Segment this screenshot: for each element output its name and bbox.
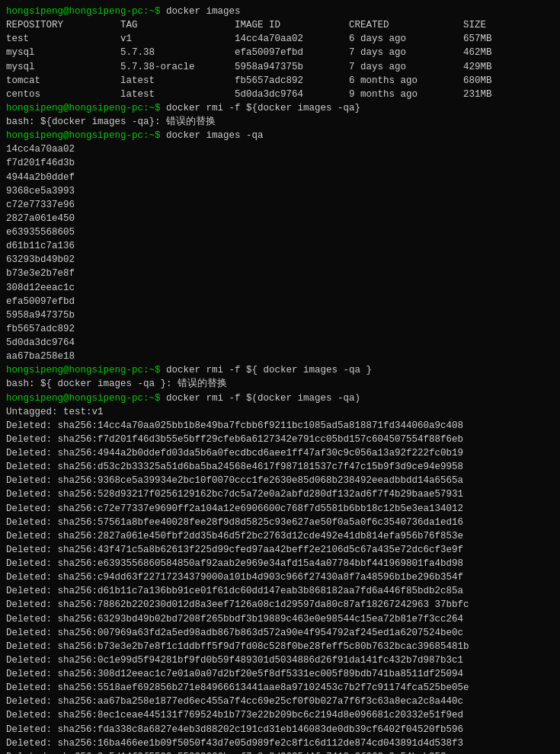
terminal-line: Deleted: sha256:2827a061e450fbf2dd35b46d… — [6, 529, 554, 543]
terminal-line: hongsipeng@hongsipeng-pc:~$ docker rmi -… — [6, 363, 554, 377]
terminal-line: Deleted: sha256:d61b11c7a136bb91ce01f61d… — [6, 584, 554, 598]
terminal-line: Deleted: sha256:0c1e99d5f94281bf9fd0b59f… — [6, 653, 554, 667]
terminal-line: test v1 14cc4a70aa02 6 days ago 657MB — [6, 32, 554, 46]
prompt-user: hongsipeng@hongsipeng-pc:~$ — [6, 6, 166, 17]
terminal-line: fb5657adc892 — [6, 322, 554, 336]
terminal-line: Deleted: sha256:57561a8bfee40028fee28f9d… — [6, 516, 554, 529]
prompt-user: hongsipeng@hongsipeng-pc:~$ — [6, 393, 166, 404]
terminal-line: REPOSITORY TAG IMAGE ID CREATED SIZE — [6, 18, 554, 32]
terminal-line: hongsipeng@hongsipeng-pc:~$ docker rmi -… — [6, 101, 554, 115]
terminal-line: d61b11c7a136 — [6, 239, 554, 253]
terminal-line: Deleted: sha256:528d93217f0256129162bc7d… — [6, 487, 554, 501]
terminal-line: Deleted: sha256:16ba466ee1b09f5050f43d7e… — [6, 736, 554, 750]
terminal-line: 63293bd49b02 — [6, 253, 554, 267]
terminal-line: Deleted: sha256:5518aef692856b271e849666… — [6, 681, 554, 695]
terminal-line: Deleted: sha256:c94dd63f22717234379000a1… — [6, 570, 554, 584]
terminal-line: Deleted: sha256:8ec1ceae445131f769524b1b… — [6, 708, 554, 722]
terminal-line: tomcat latest fb5657adc892 6 months ago … — [6, 74, 554, 88]
terminal-line: Deleted: sha256:f7d201f46d3b55e5bff29cfe… — [6, 433, 554, 446]
terminal-line: Deleted: sha256:007969a63fd2a5ed98adb867… — [6, 626, 554, 640]
terminal-line: Untagged: test:v1 — [6, 405, 554, 419]
terminal-line: b73e3e2b7e8f — [6, 267, 554, 280]
terminal: hongsipeng@hongsipeng-pc:~$ docker image… — [6, 5, 554, 754]
terminal-line: efa50097efbd — [6, 295, 554, 308]
terminal-line: centos latest 5d0da3dc9764 9 months ago … — [6, 88, 554, 101]
terminal-line: Deleted: sha256:d53c2b33325a51d6ba5ba245… — [6, 460, 554, 474]
terminal-line: c72e77337e96 — [6, 198, 554, 212]
prompt-command: docker rmi -f $(docker images -qa) — [166, 393, 360, 404]
terminal-line: bash: ${ docker images -qa }: 错误的替换 — [6, 377, 554, 391]
terminal-line: Deleted: sha256:fda338c8a6827e4eb3d88202… — [6, 723, 554, 736]
terminal-line: Deleted: sha256:9368ce5a39934e2bc10f0070… — [6, 474, 554, 487]
terminal-line: 9368ce5a3993 — [6, 184, 554, 198]
terminal-line: 5d0da3dc9764 — [6, 336, 554, 350]
terminal-line: Deleted: sha256:43f471c5a8b62613f225d99c… — [6, 543, 554, 557]
prompt-command: docker images -qa — [166, 130, 264, 141]
terminal-line: hongsipeng@hongsipeng-pc:~$ docker rmi -… — [6, 391, 554, 405]
prompt-user: hongsipeng@hongsipeng-pc:~$ — [6, 103, 166, 113]
terminal-line: 4944a2b0ddef — [6, 171, 554, 184]
terminal-line: e63935568605 — [6, 225, 554, 239]
terminal-line: Deleted: sha256:e6393556860584850af92aab… — [6, 557, 554, 570]
terminal-line: Deleted: sha256:4944a2b0ddefd03da5b6a0fe… — [6, 446, 554, 460]
terminal-line: f7d201f46d3b — [6, 156, 554, 170]
terminal-line: Deleted: sha256:9a5d14f9f5503e55088666be… — [6, 750, 554, 754]
prompt-user: hongsipeng@hongsipeng-pc:~$ — [6, 130, 166, 141]
terminal-line: aa67ba258e18 — [6, 350, 554, 363]
terminal-line: hongsipeng@hongsipeng-pc:~$ docker image… — [6, 129, 554, 142]
terminal-line: Deleted: sha256:c72e77337e9690ff2a104a12… — [6, 502, 554, 516]
prompt-user: hongsipeng@hongsipeng-pc:~$ — [6, 365, 166, 375]
terminal-line: 5958a947375b — [6, 308, 554, 322]
prompt-command: docker images — [166, 6, 241, 17]
terminal-line: Deleted: sha256:308d12eeac1c7e01a0a07d2b… — [6, 667, 554, 681]
terminal-line: 2827a061e450 — [6, 212, 554, 225]
terminal-line: Deleted: sha256:63293bd49b02bd7208f265bb… — [6, 612, 554, 626]
prompt-command: docker rmi -f ${ docker images -qa } — [166, 365, 372, 375]
terminal-line: mysql 5.7.38 efa50097efbd 7 days ago 462… — [6, 46, 554, 59]
prompt-command: docker rmi -f ${docker images -qa} — [166, 103, 360, 113]
terminal-line: bash: ${docker images -qa}: 错误的替换 — [6, 115, 554, 129]
terminal-line: 14cc4a70aa02 — [6, 142, 554, 156]
terminal-line: Deleted: sha256:14cc4a70aa025bb1b8e49ba7… — [6, 419, 554, 433]
terminal-line: Deleted: sha256:b73e3e2b7e8f1c1ddbff5f9d… — [6, 640, 554, 653]
terminal-line: Deleted: sha256:78862b220230d012d8a3eef7… — [6, 598, 554, 612]
terminal-line: mysql 5.7.38-oracle 5958a947375b 7 days … — [6, 60, 554, 74]
terminal-line: Deleted: sha256:aa67ba258e1877ed6ec455a7… — [6, 695, 554, 708]
terminal-line: 308d12eeac1c — [6, 281, 554, 295]
terminal-line: hongsipeng@hongsipeng-pc:~$ docker image… — [6, 5, 554, 18]
